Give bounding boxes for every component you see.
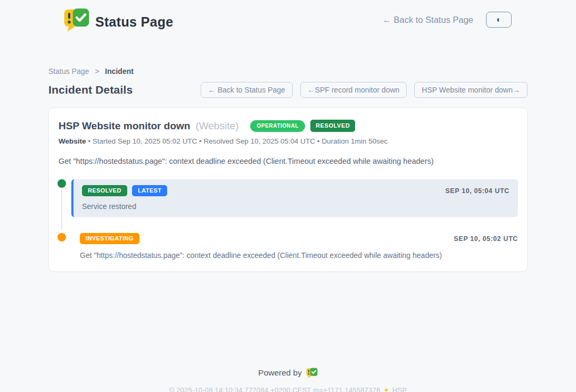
timeline-entry-resolved: RESOLVED LATEST SEP 10, 05:04 UTC Servic… xyxy=(59,179,518,217)
copyright-text: © 2025-10-08 14:10:34.772084 +0200 CEST … xyxy=(169,386,381,392)
resolved-badge: RESOLVED xyxy=(310,120,356,132)
incident-nav: ← Back to Status Page ←SPF record monito… xyxy=(201,82,528,98)
copyright-line: © 2025-10-08 14:10:34.772084 +0200 CEST … xyxy=(0,386,576,392)
status-page-logo-icon xyxy=(63,7,90,32)
footer: Powered by © 2025-10-08 14:10:34.772084 … xyxy=(0,368,576,392)
back-to-status-page-button[interactable]: ← Back to Status Page xyxy=(201,82,293,98)
breadcrumb-incident: Incident xyxy=(105,67,134,76)
prev-incident-button[interactable]: ←SPF record monitor down xyxy=(300,82,407,98)
operational-badge: OPERATIONAL xyxy=(250,120,305,132)
incident-timeline: RESOLVED LATEST SEP 10, 05:04 UTC Servic… xyxy=(59,179,518,260)
sparkles-icon: ✦ xyxy=(383,386,389,392)
powered-by-label: Powered by xyxy=(258,368,302,378)
breadcrumb-status-page[interactable]: Status Page xyxy=(48,67,89,76)
incident-meta: Website • Started Sep 10, 2025 05:02 UTC… xyxy=(59,137,518,145)
timeline-dot-investigating xyxy=(57,233,66,241)
incident-title: HSP Website monitor down xyxy=(59,120,190,132)
page-title: Incident Details xyxy=(48,84,133,96)
brand-text: HSP xyxy=(392,386,407,392)
incident-component: (Website) xyxy=(195,120,238,132)
header: Status Page hosted ← Back to Status Page… xyxy=(48,0,528,32)
incident-meta-times: • Started Sep 10, 2025 05:02 UTC • Resol… xyxy=(86,137,388,145)
timeline-badge-investigating: INVESTIGATING xyxy=(80,233,139,244)
incident-meta-component: Website xyxy=(59,137,86,145)
timeline-badge-latest: LATEST xyxy=(132,185,167,196)
header-back-link[interactable]: ← Back to Status Page xyxy=(382,15,473,25)
app-logo[interactable]: Status Page hosted xyxy=(63,7,173,32)
timeline-timestamp-investigating: SEP 10, 05:02 UTC xyxy=(454,235,518,243)
incident-description: Get "https://hostedstatus.page": context… xyxy=(59,157,518,165)
logo-title: Status Page xyxy=(95,10,173,30)
timeline-message-investigating: Get "https://hostedstatus.page": context… xyxy=(80,251,518,260)
half-circle-icon: ◐ xyxy=(496,15,501,24)
timeline-timestamp-resolved: SEP 10, 05:04 UTC xyxy=(446,187,509,195)
theme-toggle-button[interactable]: ◐ xyxy=(486,12,512,28)
timeline-entry-investigating: INVESTIGATING SEP 10, 05:02 UTC Get "htt… xyxy=(59,233,518,260)
timeline-badge-resolved: RESOLVED xyxy=(82,185,127,196)
timeline-highlight-box: RESOLVED LATEST SEP 10, 05:04 UTC Servic… xyxy=(71,179,518,217)
next-incident-button[interactable]: HSP Website monitor down→ xyxy=(414,82,528,98)
breadcrumb: Status Page > Incident xyxy=(48,67,528,76)
breadcrumb-separator: > xyxy=(95,67,99,76)
timeline-message-resolved: Service restored xyxy=(82,202,509,211)
incident-card: HSP Website monitor down (Website) OPERA… xyxy=(48,107,528,272)
timeline-dot-resolved xyxy=(57,179,66,188)
powered-by[interactable]: Powered by xyxy=(0,368,576,378)
status-page-logo-icon-small xyxy=(306,368,318,378)
